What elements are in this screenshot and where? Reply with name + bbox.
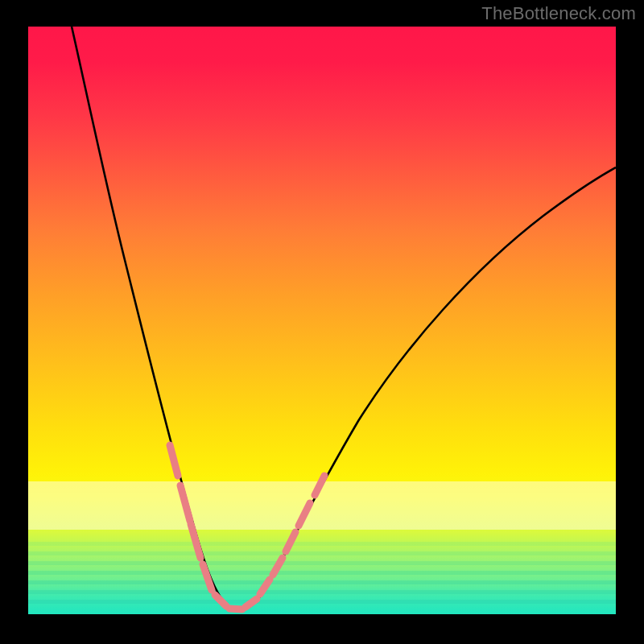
bottleneck-curve [72, 27, 616, 611]
watermark-text: TheBottleneck.com [481, 3, 636, 24]
chart-svg [28, 27, 616, 614]
dash-seg [180, 485, 190, 521]
dash-seg [215, 595, 226, 606]
dash-seg [203, 564, 212, 590]
dash-seg [246, 599, 257, 607]
dash-seg [260, 580, 270, 594]
plot-area [28, 27, 616, 614]
dash-seg [315, 476, 324, 495]
dash-seg [191, 524, 200, 558]
dash-seg [299, 503, 310, 526]
dash-seg [229, 609, 242, 609]
dash-seg [286, 532, 295, 551]
dash-seg [170, 445, 178, 476]
pink-dash-group [170, 445, 324, 609]
app-frame: TheBottleneck.com [0, 0, 644, 644]
dash-seg [273, 558, 283, 575]
